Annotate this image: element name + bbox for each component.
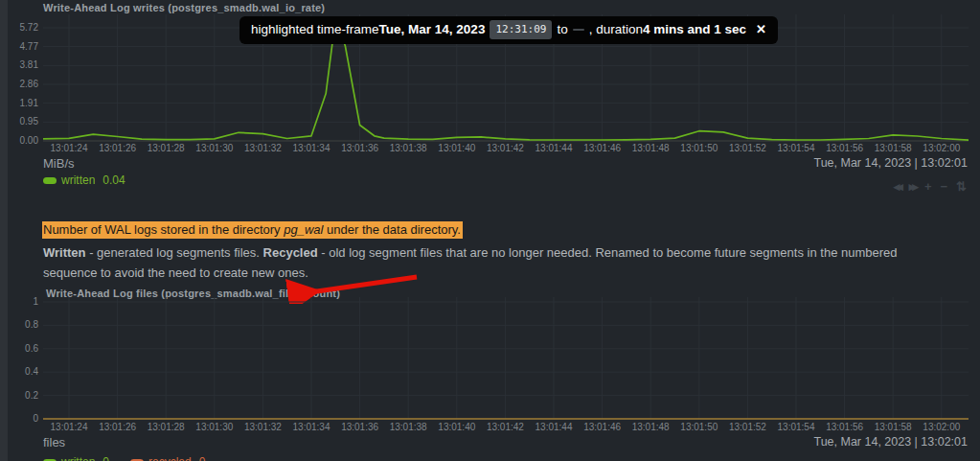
- y-tick-label: 1: [0, 296, 38, 308]
- x-tick-label: 13:01:28: [139, 422, 193, 433]
- chart2-legend-recycled-label: recycled: [148, 455, 192, 461]
- highlight-text-pre: Number of WAL logs stored in the directo…: [43, 222, 284, 237]
- wal-note-highlighted: Number of WAL logs stored in the directo…: [42, 221, 463, 238]
- tooltip-end-time-badge: [573, 29, 584, 31]
- rewind-icon[interactable]: ◂◂: [894, 180, 900, 194]
- y-tick-label: 0.95: [0, 116, 38, 127]
- x-tick-label: 13:01:58: [866, 143, 920, 154]
- x-tick-label: 13:01:52: [720, 422, 774, 433]
- x-tick-label: 13:01:48: [624, 143, 677, 154]
- x-tick-label: 13:01:42: [478, 422, 532, 433]
- chart2-legend-recycled-value: 0: [199, 455, 206, 461]
- x-tick-label: 13:01:24: [42, 422, 96, 433]
- zoom-in-icon[interactable]: +: [924, 180, 932, 194]
- tooltip-to: to: [557, 21, 567, 38]
- x-tick-label: 13:01:36: [333, 422, 387, 433]
- chart2-legend-written-value: 0: [103, 455, 109, 461]
- x-tick-label: 13:01:56: [818, 143, 872, 154]
- y-tick-label: 0.00: [0, 135, 38, 147]
- pan-vertical-icon[interactable]: ⇅: [956, 180, 967, 194]
- x-tick-label: 13:01:52: [720, 143, 774, 154]
- x-tick-label: 13:01:50: [672, 143, 726, 154]
- x-tick-label: 13:01:42: [478, 143, 532, 154]
- x-tick-label: 13:01:48: [624, 422, 677, 433]
- x-tick-label: 13:01:36: [333, 143, 387, 154]
- chart1-legend[interactable]: written 0.04: [43, 173, 125, 187]
- x-tick-label: 13:01:26: [91, 143, 145, 154]
- para-written-bold: Written: [43, 245, 86, 260]
- x-tick-label: 13:01:54: [769, 143, 823, 154]
- highlight-text-italic: pg_wal: [284, 222, 323, 237]
- x-tick-label: 13:01:24: [42, 143, 96, 154]
- x-tick-label: 13:01:34: [285, 422, 338, 433]
- x-tick-label: 13:01:44: [527, 143, 581, 154]
- x-tick-label: 13:01:40: [430, 422, 484, 433]
- y-tick-label: 0.8: [0, 319, 38, 331]
- x-tick-label: 13:01:56: [818, 422, 872, 433]
- x-tick-label: 13:01:34: [285, 143, 338, 154]
- x-tick-label: 13:01:46: [576, 422, 629, 433]
- chart2-plot-area[interactable]: [43, 297, 969, 420]
- chart2-unit-label: files: [43, 435, 65, 449]
- x-tick-label: 13:01:32: [236, 422, 289, 433]
- x-tick-label: 13:01:26: [91, 422, 145, 433]
- tooltip-duration: 4 mins and 1 sec: [643, 21, 746, 38]
- x-tick-label: 13:01:54: [769, 422, 823, 433]
- x-tick-label: 13:01:30: [188, 422, 241, 433]
- x-tick-label: 13:01:46: [576, 143, 629, 154]
- x-tick-label: 13:01:30: [188, 143, 241, 154]
- netdata-dashboard: Write-Ahead Log writes (postgres_smadb.w…: [0, 0, 980, 461]
- chart1-timestamp: Tue, Mar 14, 2023 | 13:02:01: [813, 156, 968, 170]
- chart2-legend[interactable]: written 0 recycled 0: [43, 455, 205, 461]
- close-icon[interactable]: ✕: [756, 21, 766, 38]
- para-recycled-bold: Recycled: [263, 245, 318, 260]
- fast-forward-icon[interactable]: ▸▸: [909, 180, 916, 194]
- y-tick-label: 0: [0, 413, 38, 425]
- y-tick-label: 0.2: [0, 390, 38, 402]
- x-tick-label: 13:01:40: [430, 143, 484, 154]
- x-tick-label: 13:01:28: [139, 143, 193, 154]
- y-tick-label: 4.77: [0, 41, 38, 53]
- x-tick-label: 13:01:44: [527, 422, 581, 433]
- chart1-legend-written-label: written: [61, 173, 95, 187]
- wal-note-paragraph: Written - generated log segments files. …: [43, 243, 953, 283]
- chart1-legend-written-value: 0.04: [103, 173, 125, 187]
- x-tick-label: 13:01:32: [236, 143, 289, 154]
- highlight-text-post: under the data directory.: [323, 222, 461, 237]
- tooltip-duration-label: , duration: [589, 21, 643, 38]
- tooltip-date: Tue, Mar 14, 2023: [379, 21, 486, 38]
- y-tick-label: 5.72: [0, 22, 38, 34]
- chart2-timestamp: Tue, Mar 14, 2023 | 13:02:01: [813, 435, 968, 449]
- written-series-swatch-icon: [43, 177, 57, 184]
- tooltip-start-time-badge: 12:31:09: [490, 20, 552, 39]
- y-tick-label: 0.6: [0, 343, 38, 355]
- y-tick-label: 0.4: [0, 366, 38, 378]
- x-tick-label: 13:02:00: [915, 422, 969, 433]
- chart1-unit-label: MiB/s: [43, 156, 75, 171]
- x-tick-label: 13:01:50: [672, 422, 726, 433]
- chart1-title: Write-Ahead Log writes (postgres_smadb.w…: [43, 2, 325, 13]
- zoom-out-icon[interactable]: −: [941, 180, 948, 194]
- tooltip-prefix: highlighted time-frame: [251, 21, 379, 38]
- para-text-1: - generated log segments files.: [86, 245, 263, 260]
- y-tick-label: 1.91: [0, 98, 38, 109]
- x-tick-label: 13:01:58: [866, 422, 920, 433]
- chart2-legend-written-label: written: [61, 455, 95, 461]
- x-tick-label: 13:01:38: [381, 143, 435, 154]
- x-tick-label: 13:02:00: [915, 143, 969, 154]
- x-tick-label: 13:01:38: [381, 422, 435, 433]
- highlighted-timeframe-tooltip: highlighted time-frame Tue, Mar 14, 2023…: [239, 16, 778, 44]
- y-tick-label: 2.86: [0, 79, 38, 90]
- y-tick-label: 3.81: [0, 59, 38, 71]
- chart1-toolbox: ◂◂ ▸▸ + − ⇅: [894, 180, 967, 194]
